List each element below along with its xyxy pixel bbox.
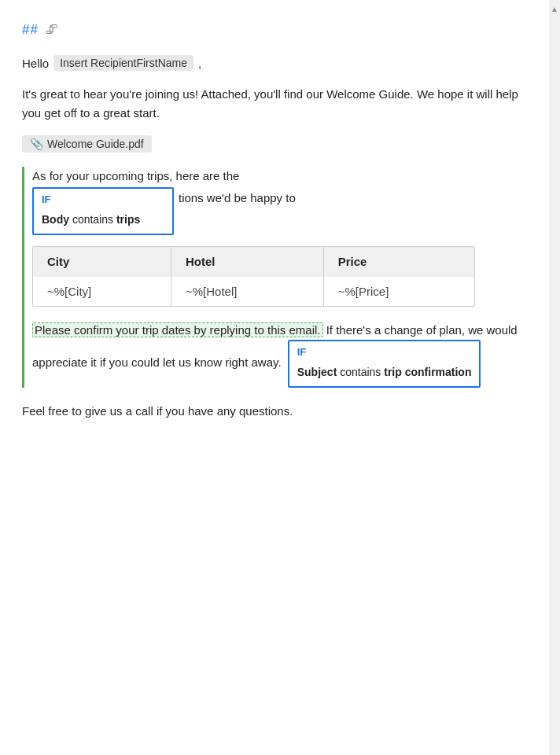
scrollbar-up-arrow[interactable]: ▲: [550, 3, 559, 14]
body-text-1: It's great to hear you're joining us! At…: [22, 85, 524, 123]
header-row: ## 🖇: [22, 22, 524, 38]
email-body: ## 🖇 Hello Insert RecipientFirstName , I…: [0, 0, 549, 755]
confirm-section: Please confirm your trip dates by replyi…: [32, 321, 524, 388]
condition-value-2: trip confirmation: [384, 366, 471, 378]
if-block-1[interactable]: IF Body contains trips: [32, 187, 174, 235]
if-label-2: IF: [297, 344, 472, 361]
table-cell-city: ~%[City]: [33, 276, 171, 306]
greeting-hello: Hello: [22, 57, 49, 70]
if-condition-1: Body contains trips: [42, 213, 140, 226]
greeting-line: Hello Insert RecipientFirstName ,: [22, 55, 524, 71]
highlighted-confirm-text: Please confirm your trip dates by replyi…: [32, 322, 323, 337]
insert-recipient-tag[interactable]: Insert RecipientFirstName: [53, 55, 193, 71]
if-label-1: IF: [42, 192, 164, 208]
condition-verb-2: contains: [340, 366, 384, 378]
section1-text: As for your upcoming trips, here are the…: [32, 167, 524, 235]
if-condition-2: Subject contains trip confirmation: [297, 366, 472, 378]
table-cell-price: ~%[Price]: [323, 276, 473, 306]
attachment-paperclip-icon: 📎: [30, 138, 43, 150]
hash-symbol: ##: [22, 22, 39, 38]
table-header-row: City Hotel Price: [33, 247, 474, 277]
trips-table: City Hotel Price ~%[City] ~%[Hotel] ~%[P…: [33, 247, 474, 306]
table-cell-hotel: ~%[Hotel]: [171, 276, 323, 306]
final-text: Feel free to give us a call if you have …: [22, 402, 524, 421]
scrollbar[interactable]: ▲: [549, 0, 560, 755]
conditional-section-1: As for your upcoming trips, here are the…: [22, 167, 524, 388]
if-block-2[interactable]: IF Subject contains trip confirmation: [288, 340, 481, 388]
condition-keyword-2: Subject: [297, 366, 337, 378]
table-row: ~%[City] ~%[Hotel] ~%[Price]: [33, 276, 474, 306]
table-header-hotel: Hotel: [171, 247, 323, 277]
table-header-price: Price: [323, 247, 473, 277]
section1-text-after: tions we'd be happy to: [179, 186, 296, 208]
attachment-name: Welcome Guide.pdf: [47, 138, 144, 150]
table-header-city: City: [33, 247, 171, 277]
data-table-wrapper: City Hotel Price ~%[City] ~%[Hotel] ~%[P…: [32, 246, 475, 307]
attachment-tag: 📎 Welcome Guide.pdf: [22, 135, 152, 153]
header-paperclip-icon: 🖇: [45, 22, 58, 38]
greeting-comma: ,: [198, 57, 201, 70]
condition-verb-1: contains: [72, 213, 113, 226]
section1-text-before: As for your upcoming trips, here are the: [32, 169, 239, 182]
condition-keyword-1: Body: [42, 213, 69, 226]
condition-value-1: trips: [116, 213, 140, 226]
